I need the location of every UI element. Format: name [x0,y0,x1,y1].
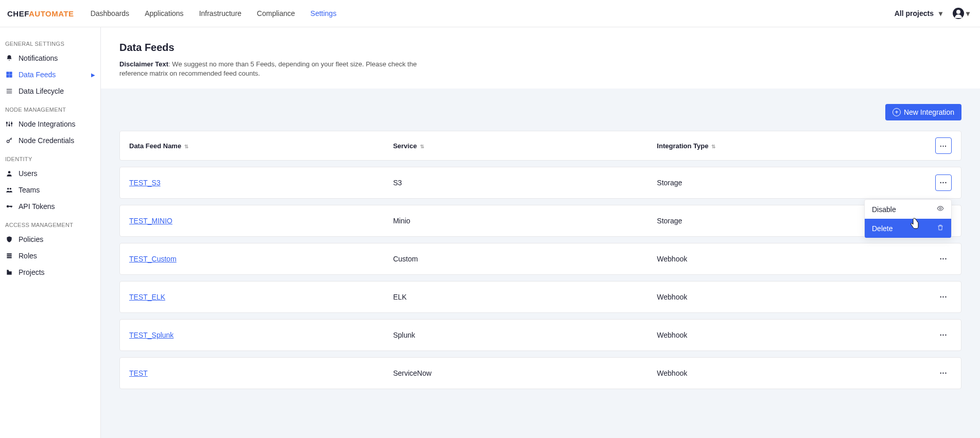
main-content: Data Feeds Disclaimer Text: We suggest n… [101,27,980,438]
sidebar-item-label: Users [19,169,38,178]
svg-rect-20 [7,253,11,254]
sidebar-item-policies[interactable]: Policies [0,231,100,248]
table-header-row: Data Feed Name⇅ Service⇅ Integration Typ… [119,131,961,161]
svg-point-10 [6,122,7,124]
feed-type: Webhook [657,255,921,263]
svg-rect-1 [10,72,12,75]
row-more-button[interactable]: ··· [935,327,952,343]
page-title: Data Feeds [119,42,961,54]
disclaimer-label: Disclaimer Text [119,60,168,68]
sidebar-item-teams[interactable]: Teams [0,182,100,198]
feed-type: Webhook [657,369,921,377]
sidebar-item-notifications[interactable]: Notifications [0,50,100,66]
sort-icon: ⇅ [184,144,188,149]
top-nav: DashboardsApplicationsInfrastructureComp… [91,9,337,17]
svg-point-12 [11,123,12,124]
logo[interactable]: CHEFAUTOMATE [5,9,81,18]
sidebar-item-roles[interactable]: Roles [0,248,100,264]
user-menu[interactable]: ▾ [953,8,970,19]
feed-name-link[interactable]: TEST_Custom [129,255,177,263]
svg-point-16 [10,188,11,190]
sidebar-section-label: NODE MANAGEMENT [0,99,100,116]
nav-item-applications[interactable]: Applications [145,9,184,17]
sidebar-item-label: Teams [19,186,40,194]
feed-name-link[interactable]: TEST_MINIO [129,217,172,225]
sidebar-item-data-lifecycle[interactable]: Data Lifecycle [0,83,100,99]
feed-name-link[interactable]: TEST_S3 [129,179,161,187]
sidebar-item-label: Data Feeds [19,71,56,79]
table-header-more-button[interactable]: ··· [935,137,952,154]
feed-type: Webhook [657,293,921,301]
dropdown-delete[interactable]: Delete [865,219,951,238]
eye-icon [937,205,944,214]
bell-icon [5,54,13,62]
plus-circle-icon: + [892,108,901,116]
svg-rect-19 [11,206,12,208]
nav-item-dashboards[interactable]: Dashboards [91,9,130,17]
sidebar-item-node-credentials[interactable]: Node Credentials [0,132,100,149]
page-disclaimer: Disclaimer Text: We suggest no more than… [119,60,439,78]
svg-point-13 [7,140,9,143]
page-header: Data Feeds Disclaimer Text: We suggest n… [101,27,980,89]
table-row: TEST_S3S3Storage···DisableDelete [119,167,961,199]
svg-rect-18 [9,206,12,207]
nav-item-compliance[interactable]: Compliance [257,9,295,17]
data-feeds-table: Data Feed Name⇅ Service⇅ Integration Typ… [119,131,961,389]
column-name[interactable]: Data Feed Name⇅ [129,142,393,150]
sidebar-item-users[interactable]: Users [0,165,100,182]
more-dots-icon: ··· [940,142,947,150]
content-body: + New Integration Data Feed Name⇅ Servic… [101,89,980,438]
sidebar-section-label: IDENTITY [0,149,100,165]
more-dots-icon: ··· [940,255,948,263]
svg-rect-2 [7,75,9,78]
new-integration-button[interactable]: + New Integration [885,104,961,120]
team-icon [5,186,13,194]
sidebar-item-projects[interactable]: Projects [0,264,100,281]
dropdown-disable[interactable]: Disable [865,200,951,219]
svg-point-15 [7,188,9,190]
more-dots-icon: ··· [940,179,948,187]
nav-item-settings[interactable]: Settings [310,9,337,17]
feed-name-link[interactable]: TEST [129,369,148,377]
projects-label: All projects [895,9,934,17]
svg-rect-0 [7,72,9,75]
sidebar-item-node-integrations[interactable]: Node Integrations [0,116,100,132]
sidebar-item-data-feeds[interactable]: Data Feeds▶ [0,66,100,83]
table-row: TESTServiceNowWebhook··· [119,357,961,389]
user-icon [5,169,13,178]
row-more-button[interactable]: ··· [935,251,952,267]
feed-service: Minio [393,217,657,225]
feed-service: Splunk [393,331,657,339]
table-row: TEST_ELKELKWebhook··· [119,281,961,313]
sidebar-item-label: Node Integrations [19,120,76,128]
row-more-button[interactable]: ··· [935,365,952,381]
feed-type: Storage [657,179,921,187]
sidebar-item-api-tokens[interactable]: API Tokens [0,198,100,215]
token-icon [5,202,13,211]
feed-type: Webhook [657,331,921,339]
sidebar-item-label: Projects [19,268,45,276]
top-header: CHEFAUTOMATE DashboardsApplicationsInfra… [0,0,980,27]
svg-point-23 [939,208,941,210]
projects-selector[interactable]: All projects ▾ ▾ [895,8,970,19]
column-service[interactable]: Service⇅ [393,142,657,150]
sort-icon: ⇅ [420,144,424,149]
table-row: TEST_MINIOMinioStorage··· [119,205,961,237]
column-type[interactable]: Integration Type⇅ [657,142,921,150]
sidebar-item-label: Notifications [19,54,58,62]
sidebar-item-label: Roles [19,252,37,260]
feed-service: Custom [393,255,657,263]
nav-item-infrastructure[interactable]: Infrastructure [199,9,241,17]
svg-rect-3 [10,75,12,78]
feed-icon [5,71,13,79]
sidebar-item-label: API Tokens [19,202,55,211]
row-more-button[interactable]: ··· [935,289,952,305]
svg-rect-22 [7,257,11,258]
row-more-button[interactable]: ··· [935,174,952,191]
more-dots-icon: ··· [940,369,948,377]
key-icon [5,136,13,145]
feed-name-link[interactable]: TEST_Splunk [129,331,173,339]
new-integration-label: New Integration [904,108,954,116]
feed-name-link[interactable]: TEST_ELK [129,293,165,301]
toolbar: + New Integration [119,104,961,120]
